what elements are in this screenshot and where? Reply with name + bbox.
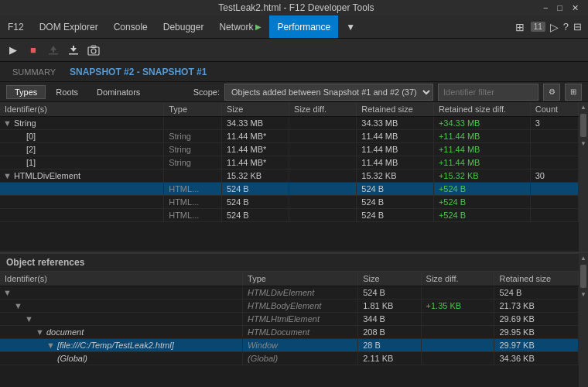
ref-size-diff-cell — [421, 326, 494, 339]
retained-size-cell: 524 B — [357, 196, 434, 209]
type-cell — [164, 170, 222, 183]
type-cell: HTML... — [164, 209, 222, 222]
menu-network[interactable]: Network ▶ — [211, 15, 269, 38]
count-cell — [530, 130, 578, 143]
table-row: ▼HTMLHtmlElement344 B29.69 KB — [0, 313, 579, 326]
table-row: ▼HTMLBodyElement1.81 KB+1.35 KB21.73 KB — [0, 300, 579, 313]
col-size-diff[interactable]: Size diff. — [289, 102, 357, 117]
ref-col-retained-size[interactable]: Retained size — [494, 272, 579, 286]
tab-dominators[interactable]: Dominators — [88, 85, 149, 99]
ref-col-identifier[interactable]: Identifier(s) — [0, 272, 243, 286]
ref-type-cell: HTMLDocument — [243, 326, 358, 339]
ref-scroll-thumb[interactable] — [580, 265, 586, 288]
menu-dropdown[interactable]: ▼ — [338, 15, 363, 38]
window-controls[interactable]: − □ ✕ — [540, 3, 582, 13]
scroll-down-arrow[interactable]: ▼ — [579, 139, 588, 149]
col-identifier[interactable]: Identifier(s) — [0, 102, 164, 117]
col-retained-size[interactable]: Retained size — [357, 102, 434, 117]
ref-col-type[interactable]: Type — [243, 272, 358, 286]
ref-col-size-diff[interactable]: Size diff. — [421, 272, 494, 286]
summary-tab[interactable]: SUMMARY — [6, 62, 62, 81]
size-cell: 11.44 MB* — [221, 130, 289, 143]
type-cell — [164, 117, 222, 130]
col-retained-size-diff[interactable]: Retained size diff. — [433, 102, 530, 117]
col-count[interactable]: Count — [530, 102, 578, 117]
svg-rect-6 — [91, 46, 96, 48]
col-size[interactable]: Size — [221, 102, 289, 117]
retained-size-cell: 15.32 KB — [357, 170, 434, 183]
play-button[interactable]: ▶ — [5, 42, 22, 59]
menu-console[interactable]: Console — [106, 15, 156, 38]
tab-types[interactable]: Types — [6, 85, 46, 99]
ref-size-cell: 344 B — [358, 313, 421, 326]
ref-identifier-text: (Global) — [57, 354, 87, 363]
identifier-text: HTMLDivElement — [14, 171, 80, 180]
ref-retained-size-cell: 29.69 KB — [494, 313, 579, 326]
size-diff-cell — [289, 209, 357, 222]
scroll-up-arrow[interactable]: ▲ — [579, 102, 588, 112]
retained-size-diff-cell: +15.32 KB — [433, 170, 530, 183]
settings-icon[interactable]: ⊟ — [573, 21, 582, 33]
col-type[interactable]: Type — [164, 102, 222, 117]
ref-col-size[interactable]: Size — [358, 272, 421, 286]
table-row: ▼HTML...524 B524 B+524 B — [0, 196, 579, 209]
menu-dom-explorer[interactable]: DOM Explorer — [32, 15, 106, 38]
filter-options-button[interactable]: ⚙ — [543, 84, 560, 101]
retained-size-diff-cell: +524 B — [433, 196, 530, 209]
ref-scroll-up-arrow[interactable]: ▲ — [579, 253, 588, 263]
close-button[interactable]: ✕ — [569, 3, 582, 13]
scope-area: Scope: Objects added between Snapshot #1… — [193, 84, 582, 101]
retained-size-diff-cell: +11.44 MB — [433, 156, 530, 170]
retained-size-cell: 11.44 MB — [357, 130, 434, 143]
columns-button[interactable]: ⊞ — [565, 84, 582, 101]
stop-button[interactable]: ■ — [25, 42, 42, 59]
object-references-pane: Object references Identifier(s) Type Siz… — [0, 252, 588, 387]
export-button[interactable] — [65, 42, 82, 59]
svg-rect-2 — [69, 53, 78, 55]
size-diff-cell — [289, 130, 357, 143]
ref-scrollbar[interactable]: ▲ ▼ — [579, 253, 588, 387]
object-ref-scroll[interactable]: Identifier(s) Type Size Size diff. Retai… — [0, 272, 588, 387]
ref-retained-size-cell: 34.36 KB — [494, 352, 579, 365]
menu-f12[interactable]: F12 — [0, 15, 32, 38]
size-diff-cell — [289, 170, 357, 183]
count-cell — [530, 196, 578, 209]
ref-scroll-down-arrow[interactable]: ▼ — [579, 289, 588, 300]
main-table-scroll[interactable]: Identifier(s) Type Size Size diff. Retai… — [0, 102, 588, 252]
size-cell: 11.44 MB* — [221, 156, 289, 170]
table-row: ▼(Global)(Global)2.11 KB34.36 KB — [0, 352, 579, 365]
ref-size-diff-cell — [421, 313, 494, 326]
camera-button[interactable] — [85, 42, 102, 59]
retained-size-diff-cell: +524 B — [433, 209, 530, 222]
ref-retained-size-cell: 524 B — [494, 286, 579, 300]
count-cell — [530, 143, 578, 156]
count-cell: 30 — [530, 170, 578, 183]
identifier-filter-input[interactable] — [438, 84, 538, 101]
scope-select[interactable]: Objects added between Snapshot #1 and #2… — [224, 84, 433, 101]
ref-size-cell: 2.11 KB — [358, 352, 421, 365]
retained-size-diff-cell: +34.33 MB — [433, 117, 530, 130]
tab-roots[interactable]: Roots — [47, 85, 87, 99]
menu-performance[interactable]: Performance — [269, 15, 338, 38]
maximize-button[interactable]: □ — [554, 3, 566, 13]
toolbar: ▶ ■ — [0, 39, 588, 62]
menu-debugger[interactable]: Debugger — [156, 15, 212, 38]
expand-icon: ▼ — [3, 118, 12, 128]
main-scrollbar[interactable]: ▲ ▼ — [579, 102, 588, 252]
table-row: ▼[0]String11.44 MB*11.44 MB+11.44 MB — [0, 130, 579, 143]
ref-identifier-text: [file:///C:/Temp/TestLeak2.html] — [57, 341, 174, 350]
scroll-thumb[interactable] — [580, 114, 586, 137]
expand-icon[interactable]: ▷ — [550, 21, 559, 33]
help-icon[interactable]: ? — [563, 21, 569, 33]
object-ref-table: Identifier(s) Type Size Size diff. Retai… — [0, 272, 579, 365]
type-cell: HTML... — [164, 196, 222, 209]
ref-size-diff-cell — [421, 339, 494, 352]
count-cell — [530, 209, 578, 222]
import-button[interactable] — [45, 42, 62, 59]
size-cell: 34.33 MB — [221, 117, 289, 130]
network-label: Network — [219, 22, 253, 33]
minimize-button[interactable]: − — [540, 3, 551, 13]
svg-rect-0 — [49, 53, 58, 55]
size-cell: 524 B — [221, 196, 289, 209]
table-row: ▼[2]String11.44 MB*11.44 MB+11.44 MB — [0, 143, 579, 156]
